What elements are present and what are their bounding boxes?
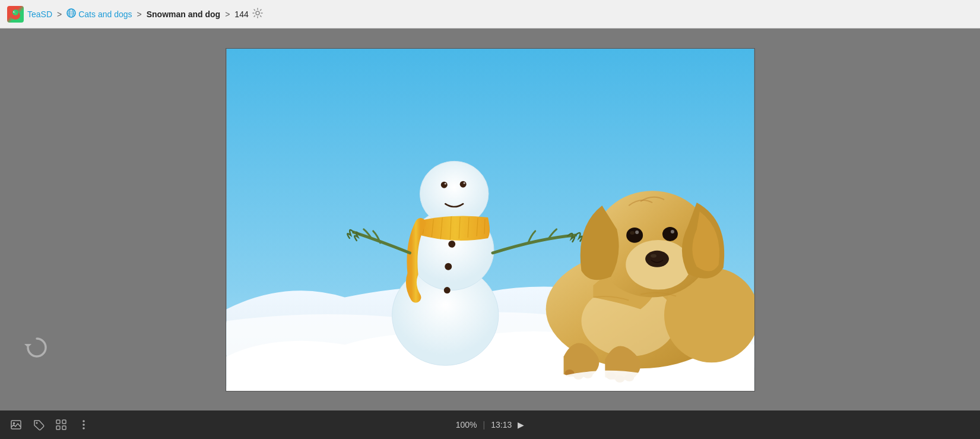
svg-point-50 — [635, 230, 639, 233]
image-viewer — [226, 48, 755, 391]
breadcrumb-cats-dogs[interactable]: Cats and dogs — [66, 8, 132, 20]
item-number: 144 — [234, 10, 248, 19]
grid-tool-icon[interactable] — [55, 418, 68, 431]
sep1: > — [57, 10, 62, 19]
svg-point-49 — [630, 230, 635, 234]
svg-point-47 — [626, 227, 643, 242]
svg-point-45 — [645, 250, 669, 267]
svg-rect-58 — [62, 426, 66, 429]
sep2: > — [137, 10, 142, 19]
image-tool-icon[interactable] — [9, 418, 23, 431]
svg-rect-55 — [56, 420, 60, 424]
svg-point-21 — [444, 182, 446, 184]
svg-point-22 — [463, 182, 465, 184]
svg-point-54 — [36, 422, 38, 424]
svg-point-59 — [83, 420, 85, 422]
svg-point-46 — [651, 254, 656, 257]
app-name[interactable]: TeaSD — [27, 10, 52, 19]
play-button[interactable]: ▶ — [518, 420, 524, 429]
svg-point-51 — [670, 229, 674, 233]
current-folder-label[interactable]: Snowman and dog — [147, 10, 220, 19]
svg-point-10 — [256, 11, 259, 15]
divider: | — [483, 420, 486, 429]
timestamp: 13:13 — [491, 420, 512, 429]
svg-marker-11 — [24, 344, 31, 348]
svg-point-25 — [443, 287, 450, 293]
svg-point-20 — [459, 181, 466, 187]
gear-icon[interactable] — [252, 8, 263, 21]
refresh-button[interactable] — [21, 332, 52, 363]
svg-point-1 — [12, 10, 18, 15]
svg-point-23 — [448, 240, 455, 247]
more-options-icon[interactable] — [77, 418, 90, 431]
tool-buttons — [9, 418, 90, 431]
svg-point-61 — [83, 427, 85, 429]
svg-point-53 — [13, 422, 15, 425]
svg-rect-57 — [56, 426, 60, 429]
svg-point-3 — [14, 11, 15, 12]
bottom-toolbar: 100% | 13:13 ▶ — [0, 410, 980, 439]
svg-point-48 — [662, 226, 677, 241]
svg-rect-56 — [62, 420, 66, 424]
tag-tool-icon[interactable] — [32, 418, 45, 431]
globe-icon — [66, 8, 76, 20]
cats-dogs-label[interactable]: Cats and dogs — [78, 10, 132, 19]
app-icon[interactable] — [7, 6, 24, 23]
svg-point-24 — [445, 263, 452, 270]
svg-point-60 — [83, 424, 85, 426]
playback-info: 100% | 13:13 ▶ — [456, 420, 525, 429]
sep3: > — [225, 10, 230, 19]
main-content — [0, 29, 980, 410]
svg-point-19 — [440, 181, 447, 188]
zoom-level: 100% — [456, 420, 477, 429]
header-bar: TeaSD > Cats and dogs > Snowman and dog … — [0, 0, 980, 29]
